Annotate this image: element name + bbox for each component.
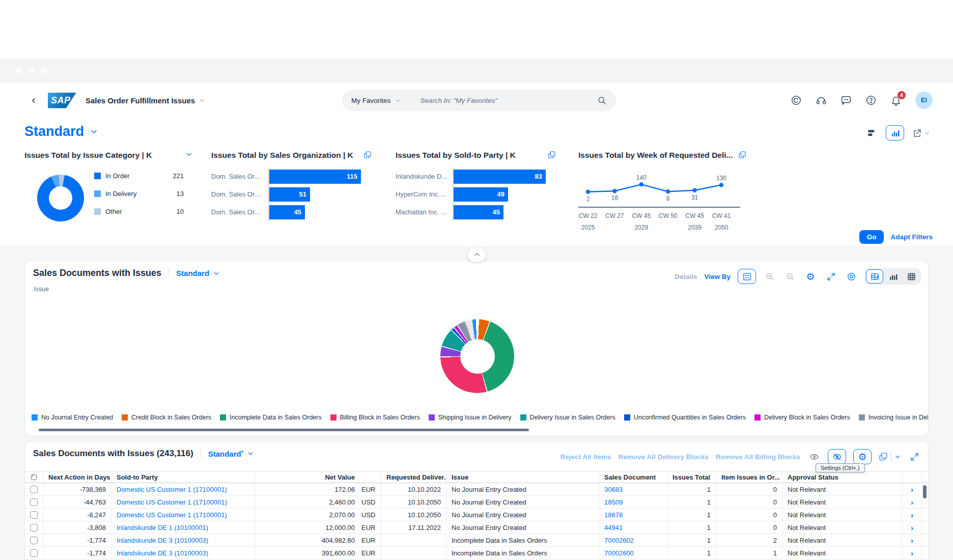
- bar-row[interactable]: Inlandskunde D... 83: [396, 167, 556, 185]
- issue-category-donut-chart[interactable]: [37, 175, 84, 221]
- sold-to-party-link[interactable]: Inlandskunde DE 1 (10100001): [117, 524, 208, 531]
- search-scope-select[interactable]: My Favorites: [351, 97, 401, 104]
- go-button[interactable]: Go: [859, 230, 884, 244]
- legend-item[interactable]: Other 10: [94, 203, 184, 220]
- assistant-icon[interactable]: [791, 95, 802, 106]
- line-data-point[interactable]: [612, 189, 616, 193]
- search-input[interactable]: Search In: "My Favorites": [420, 97, 597, 104]
- sap-logo[interactable]: SAP: [48, 93, 76, 108]
- row-chevron[interactable]: ›: [911, 549, 913, 557]
- legend-item[interactable]: Unconfirmed Quantities in Sales Orders: [624, 414, 746, 421]
- remove-all-billing-blocks-button[interactable]: Remove All Billing Blocks: [716, 453, 800, 461]
- table-row[interactable]: -738,369 Domestic US Customer 1 (1710000…: [25, 483, 928, 496]
- legend-item[interactable]: In Delivery 13: [94, 185, 184, 203]
- table-row[interactable]: -3,808 Inlandskunde DE 1 (10100001) 12,0…: [25, 521, 928, 534]
- feedback-icon[interactable]: [840, 95, 852, 106]
- table-vertical-scrollbar[interactable]: [923, 485, 927, 498]
- page-variant-selector[interactable]: Standard: [24, 124, 98, 139]
- bar[interactable]: 115: [269, 170, 361, 184]
- hide-details-eye-off-icon[interactable]: [828, 449, 846, 464]
- sold-to-party-link[interactable]: Domestic US Customer 1 (17100001): [117, 511, 227, 519]
- collapse-header-button[interactable]: [467, 247, 486, 262]
- sold-to-party-link[interactable]: Domestic US Customer 1 (17100001): [117, 486, 227, 493]
- zoom-in-icon[interactable]: [763, 270, 776, 283]
- bar[interactable]: 49: [454, 187, 508, 202]
- column-header[interactable]: Approval Status: [782, 472, 903, 483]
- help-icon[interactable]: [865, 95, 877, 106]
- bar-row[interactable]: Machattan Inc. (... 45: [396, 203, 556, 221]
- bar-row[interactable]: HyperCom Inc. (... 49: [396, 185, 556, 203]
- bar-row[interactable]: Dom. Sales Org ... 115: [211, 167, 372, 185]
- global-search[interactable]: My Favorites Search In: "My Favorites": [342, 90, 616, 111]
- chevron-down-icon[interactable]: [185, 151, 192, 160]
- legend-toggle-icon[interactable]: [738, 269, 756, 284]
- adapt-filters-link[interactable]: Adapt Filters: [890, 233, 933, 241]
- column-header[interactable]: [360, 472, 381, 483]
- row-chevron[interactable]: ›: [911, 498, 913, 507]
- row-checkbox[interactable]: [30, 498, 38, 506]
- table-fullscreen-icon[interactable]: [908, 450, 921, 463]
- sales-document-link[interactable]: 44941: [604, 524, 623, 531]
- legend-item[interactable]: No Journal Entry Created: [32, 414, 113, 421]
- avatar[interactable]: EI: [915, 92, 933, 109]
- show-details-eye-icon[interactable]: [807, 450, 821, 463]
- row-checkbox[interactable]: [30, 524, 38, 531]
- table-row[interactable]: -1,774 Inlandskunde DE 3 (10100003) 391,…: [25, 547, 928, 559]
- sales-document-link[interactable]: 18509: [604, 498, 623, 506]
- app-title-menu[interactable]: Sales Order Fulfillment Issues: [86, 96, 205, 105]
- chart-table-combo-view-icon[interactable]: [866, 269, 883, 284]
- legend-horizontal-scrollbar[interactable]: [39, 429, 529, 431]
- bar-row[interactable]: Dom. Sales Org ... 51: [211, 185, 372, 203]
- line-data-point[interactable]: [666, 189, 670, 193]
- chart-variant-selector[interactable]: Standard: [169, 269, 219, 277]
- row-chevron[interactable]: ›: [911, 523, 913, 532]
- bar[interactable]: 45: [454, 205, 503, 219]
- bar[interactable]: 45: [269, 205, 305, 219]
- view-by-button[interactable]: View By: [704, 273, 731, 281]
- notifications-bell-icon[interactable]: 4: [890, 95, 902, 106]
- sales-document-link[interactable]: 70002602: [604, 537, 634, 544]
- bar-row[interactable]: Dom. Sales Org ... 45: [211, 203, 372, 221]
- table-row[interactable]: -44,763 Domestic US Customer 1 (17100001…: [25, 496, 928, 509]
- legend-item[interactable]: Invoicing Issue in Delivery: [859, 414, 928, 421]
- line-data-point[interactable]: [586, 190, 590, 194]
- bar[interactable]: 83: [454, 170, 546, 184]
- column-header[interactable]: Sold-to Party: [111, 472, 255, 483]
- column-header[interactable]: Next Action in Days: [43, 472, 111, 483]
- sold-to-party-bar-chart[interactable]: Inlandskunde D... 83 HyperCom Inc. (... …: [396, 167, 556, 221]
- remove-all-delivery-blocks-button[interactable]: Remove All Delivery Blocks: [619, 453, 709, 461]
- sales-document-link[interactable]: 70002600: [604, 549, 634, 557]
- fullscreen-icon[interactable]: [824, 270, 837, 283]
- row-checkbox[interactable]: [30, 486, 38, 493]
- sales-organization-bar-chart[interactable]: Dom. Sales Org ... 115 Dom. Sales Org ..…: [211, 167, 372, 221]
- column-header[interactable]: Issues Total: [667, 472, 716, 483]
- column-header[interactable]: Sales Document: [599, 472, 667, 483]
- details-button[interactable]: Details: [675, 273, 697, 281]
- row-checkbox[interactable]: [30, 511, 38, 519]
- table-row[interactable]: -1,774 Inlandskunde DE 3 (10100003) 404,…: [25, 534, 928, 547]
- donut-chart-type-icon[interactable]: [845, 270, 858, 283]
- sales-document-link[interactable]: 18678: [604, 511, 623, 519]
- row-chevron[interactable]: ›: [911, 511, 913, 519]
- duplicate-icon[interactable]: [363, 151, 372, 161]
- support-headset-icon[interactable]: [816, 95, 827, 106]
- duplicate-icon[interactable]: [738, 151, 746, 161]
- chart-view-icon[interactable]: [884, 269, 902, 284]
- line-data-point[interactable]: [692, 188, 696, 192]
- row-chevron[interactable]: ›: [911, 536, 913, 545]
- reject-all-items-button[interactable]: Reject All Items: [560, 453, 611, 461]
- requested-delivery-week-line-chart[interactable]: 216140831130CW 22CW 27CW 45CW 50CW 45CW …: [578, 163, 746, 237]
- duplicate-icon[interactable]: [548, 151, 556, 161]
- share-menu-button[interactable]: [909, 125, 933, 141]
- sales-document-link[interactable]: 30683: [604, 486, 623, 493]
- column-header[interactable]: Net Value: [255, 472, 360, 483]
- legend-item[interactable]: Shipping Issue in Delivery: [429, 414, 512, 421]
- table-view-icon[interactable]: [903, 269, 920, 284]
- issues-donut-chart[interactable]: [440, 319, 514, 393]
- window-close-dot[interactable]: [15, 67, 22, 74]
- column-header[interactable]: Item Issues in Or...: [716, 472, 782, 483]
- table-variant-selector[interactable]: Standard*: [201, 450, 254, 458]
- back-button[interactable]: ‹: [29, 94, 39, 107]
- window-zoom-dot[interactable]: [41, 67, 47, 74]
- row-checkbox[interactable]: [30, 549, 38, 557]
